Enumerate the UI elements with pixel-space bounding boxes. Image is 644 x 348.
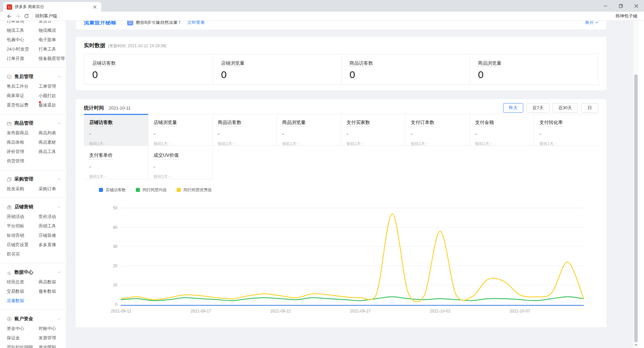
sidebar-row: 营销活动竞价活动 [0, 212, 66, 221]
chevron-up-icon[interactable] [58, 205, 61, 209]
sidebar-item-群买买[interactable]: 群买买 [7, 251, 39, 257]
sidebar-section-商品管理[interactable]: 商品管理 [0, 118, 66, 128]
chevron-up-icon[interactable] [58, 271, 61, 274]
sidebar-section-店铺营销[interactable]: 店铺营销 [0, 202, 66, 212]
sidebar-item-服务数据[interactable]: 服务数据 [39, 288, 56, 294]
sidebar-item-资金限制[interactable]: 资金限制 [39, 344, 56, 348]
sidebar-item-经营总览[interactable]: 经营总览 [7, 279, 39, 285]
sidebar-item-商家举证[interactable]: 商家举证 [7, 93, 39, 99]
chevron-up-icon[interactable] [58, 178, 61, 181]
metric-card-商品浏览量[interactable]: 商品浏览量-较前1天 - [277, 114, 341, 146]
back-icon[interactable] [5, 12, 13, 20]
metric-card-店铺浏览量[interactable]: 店铺浏览量-较前1天 - [148, 114, 213, 146]
sidebar-item-工单管理[interactable]: 工单管理 [39, 83, 56, 89]
metric-card-支付转化率[interactable]: 支付转化率-较前1天 - [534, 114, 598, 146]
sidebar-item-交易数据[interactable]: 交易数据 [7, 288, 39, 294]
scrollbar-thumb[interactable] [634, 74, 638, 342]
sidebar-item-退货包运费[interactable]: 退货包运费 [7, 102, 39, 108]
sidebar-item-售后工作台[interactable]: 售后工作台 [7, 83, 39, 89]
sidebar-item-报备额度管理[interactable]: 报备额度管理 [39, 56, 65, 62]
legend-label: 店铺访客数 [106, 187, 126, 193]
realtime-metric-label[interactable]: 店铺访客数 [92, 60, 213, 66]
sidebar-item-发票管理[interactable]: 发票管理 [39, 335, 56, 341]
range-button-近7天[interactable]: 近7天 [527, 103, 549, 113]
sidebar-item-多多直播[interactable]: 多多直播 [39, 242, 56, 248]
metric-card-label: 支付转化率 [539, 120, 563, 127]
sidebar-item-发布新商品[interactable]: 发布新商品 [7, 130, 39, 136]
chevron-up-icon[interactable] [58, 75, 61, 78]
reload-icon[interactable] [22, 12, 31, 20]
sidebar-item-极速退款[interactable]: 极速退款 [39, 102, 56, 108]
realtime-metric-label[interactable]: 商品访客数 [350, 60, 470, 66]
sidebar-item-24小时发货[interactable]: 24小时发货 [7, 46, 39, 52]
sidebar-item-营销工具[interactable]: 营销工具 [39, 223, 56, 229]
sidebar-item-商品素材[interactable]: 商品素材 [39, 139, 56, 145]
metric-card-支付客单价[interactable]: 支付客单价-较前1天 - [84, 147, 148, 179]
sidebar-item-竞价活动[interactable]: 竞价活动 [39, 214, 56, 220]
tab-close-icon[interactable] [92, 4, 98, 10]
metric-card-支付金额[interactable]: 支付金额-较前1天 - [470, 114, 534, 146]
sidebar-item-包裹中心[interactable]: 包裹中心 [7, 37, 39, 43]
window-controls [598, 0, 644, 12]
navbar-divider [32, 14, 33, 19]
sidebar-item-保证金[interactable]: 保证金 [7, 335, 39, 341]
realtime-metric-label[interactable]: 商品浏览量 [478, 60, 598, 66]
back-to-client-button[interactable]: 回到客户端 [35, 13, 57, 19]
sidebar-item-店铺装修[interactable]: 店铺装修 [39, 232, 56, 238]
range-button-昨天[interactable]: 昨天 [503, 103, 523, 113]
window-close-button[interactable] [629, 0, 644, 12]
sidebar-item-发货台[interactable]: 发货台 [39, 21, 52, 24]
sidebar-item-商品数据[interactable]: 商品数据 [39, 279, 56, 285]
sidebar-item-商品体检[interactable]: 商品体检 [7, 139, 39, 145]
sidebar-item-平台招标[interactable]: 平台招标 [7, 223, 39, 229]
sidebar-row: 商家举证小额打款 [0, 91, 66, 100]
sidebar-item-订单开票[interactable]: 订单开票 [7, 56, 39, 62]
sidebar-item-小额打款[interactable]: 小额打款 [39, 93, 56, 99]
sidebar-item-货款扣款明细[interactable]: 货款扣款明细 [7, 344, 39, 348]
legend-item-店铺访客数[interactable]: 店铺访客数 [99, 187, 126, 193]
metric-card-支付订单数[interactable]: 支付订单数-较前1天 - [406, 114, 470, 146]
sidebar-item-物流工具[interactable]: 物流工具 [7, 27, 39, 33]
metric-card-店铺访客数[interactable]: 店铺访客数-较前1天 - [84, 114, 148, 146]
metric-card-成交UV价值[interactable]: 成交UV价值-较前1天 - [148, 147, 213, 179]
sidebar-row: 评价管理商品工具 [0, 147, 66, 156]
legend-item-同行同层均值[interactable]: 同行同层均值 [136, 187, 167, 193]
sidebar-item-商品工具[interactable]: 商品工具 [39, 149, 56, 155]
metric-card-label: 商品访客数 [218, 120, 241, 127]
sidebar-item-短信营销[interactable]: 短信营销 [7, 232, 39, 238]
forward-icon[interactable] [13, 12, 22, 20]
sidebar-section-数据中心[interactable]: 数据中心 [0, 267, 66, 277]
banner-expand-button[interactable]: 展开 [585, 21, 598, 25]
sidebar-section-售后管理[interactable]: 售后管理 [0, 72, 66, 82]
metric-card-支付买家数[interactable]: 支付买家数-较前1天 - [341, 114, 406, 146]
sidebar-item-物流概况[interactable]: 物流概况 [39, 27, 56, 33]
chevron-up-icon[interactable] [58, 317, 61, 321]
legend-item-同行同层优秀值[interactable]: 同行同层优秀值 [177, 187, 212, 193]
sidebar-item-对账中心[interactable]: 对账中心 [39, 326, 56, 332]
window-restore-button[interactable] [613, 0, 629, 12]
shop-name[interactable]: 韩坤包子铺 [615, 13, 639, 19]
sidebar-item-批发采购[interactable]: 批发采购 [7, 186, 39, 192]
sidebar-item-供货管理[interactable]: 供货管理 [7, 158, 39, 164]
sidebar-section-采购管理[interactable]: 采购管理 [0, 174, 66, 184]
sidebar-item-电子面单[interactable]: 电子面单 [39, 37, 56, 43]
sidebar-item-营销活动[interactable]: 营销活动 [7, 214, 39, 220]
range-button-日[interactable]: 日 [581, 103, 598, 113]
range-button-近30天[interactable]: 近30天 [553, 103, 578, 113]
sidebar-item-资金中心[interactable]: 资金中心 [7, 326, 39, 332]
chevron-up-icon[interactable] [58, 122, 61, 125]
sidebar-item-打单工具[interactable]: 打单工具 [39, 46, 56, 52]
browser-tab[interactable]: 拼多多 商家后台 [3, 2, 101, 12]
metric-card-商品访客数[interactable]: 商品访客数-较前1天 - [213, 114, 277, 146]
sidebar-item-评价管理[interactable]: 评价管理 [7, 149, 39, 155]
sidebar-item-店铺页设置[interactable]: 店铺页设置 [7, 242, 39, 248]
sidebar-item-商品列表[interactable]: 商品列表 [39, 130, 56, 136]
sidebar-item-流量数据[interactable]: 流量数据 [7, 298, 39, 304]
sidebar-section-账户资金[interactable]: 账户资金 [0, 314, 66, 324]
sidebar-item-订单查询[interactable]: 订单查询 [7, 21, 39, 24]
sidebar-item-采购订单[interactable]: 采购订单 [39, 186, 56, 192]
window-minimize-button[interactable] [598, 0, 613, 12]
banner-view-now-link[interactable]: 立即查看 [187, 21, 205, 25]
scrollbar-down-arrow-icon[interactable] [635, 344, 637, 346]
realtime-metric-label[interactable]: 店铺浏览量 [221, 60, 341, 66]
